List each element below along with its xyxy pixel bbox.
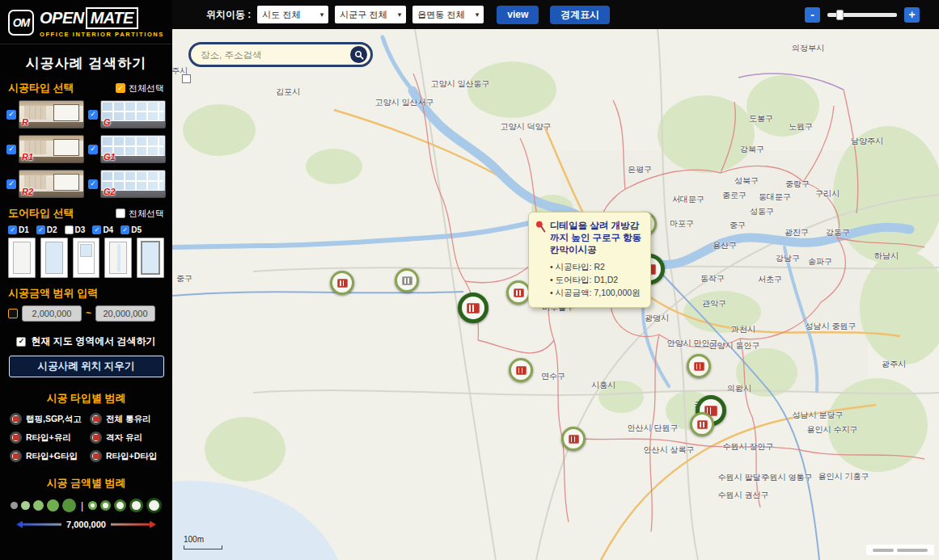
door-type-checkbox[interactable] [65, 225, 74, 234]
price-range-heading: 시공금액 범위 입력 [8, 286, 98, 301]
construction-select-all[interactable]: ✓ 전체선택 [116, 82, 164, 95]
price-legend-heading: 시공 금액별 범례 [0, 476, 172, 491]
construction-type-thumbnail[interactable]: G1 [100, 135, 166, 163]
zoom-in-button[interactable]: + [904, 7, 920, 23]
map-overlay-checkbox[interactable] [182, 74, 191, 83]
construction-type-checkbox[interactable]: ✓ [6, 179, 16, 189]
sido-select[interactable]: 시도 전체▾ [257, 6, 328, 23]
door-type-checkbox[interactable]: ✓ [8, 225, 17, 234]
search-input[interactable] [201, 50, 350, 60]
zoom-out-button[interactable]: - [805, 7, 820, 23]
type-legend-marker-icon [90, 432, 102, 444]
price-legend-arrows: 7,000,000 [0, 520, 172, 529]
map-area-search-label: 현재 지도 영역에서 검색하기 [31, 335, 155, 348]
map-area-search-checkbox[interactable]: ✓ [16, 337, 26, 347]
logo-text: OPEN MATE OFFICE INTERIOR PARTITIONS [40, 7, 164, 38]
door-type-label: D2 [47, 225, 57, 234]
type-legend-item: 랩핑,SGP,석고 [10, 413, 90, 425]
construction-type-thumbnail[interactable]: G2 [100, 170, 166, 198]
map-marker[interactable] [506, 280, 531, 305]
map-marker[interactable] [561, 427, 586, 451]
type-legend-item: 격자 유리 [90, 432, 163, 444]
select-value: 읍면동 전체 [417, 9, 464, 21]
sigungu-select[interactable]: 시군구 전체▾ [335, 6, 406, 23]
door-type-checkbox[interactable]: ✓ [92, 225, 101, 234]
map-canvas[interactable]: 파주시의정부시김포시고양시 일산서구고양시 일산동구고양시 덕양구도봉구노원구남… [172, 29, 939, 560]
sidebar: OM OPEN MATE OFFICE INTERIOR PARTITIONS … [0, 0, 172, 560]
door-type-label: D1 [19, 225, 29, 234]
type-legend-label: 랩핑,SGP,석고 [26, 414, 82, 425]
price-range-checkbox[interactable] [8, 309, 18, 318]
tooltip-body: 디테일을 살려 개방감까지 높인 구로구 항동 칸막이시공 • 시공타입: R2… [550, 220, 643, 300]
price-range-row: ~ [0, 305, 172, 322]
door-select-all-checkbox[interactable] [116, 208, 125, 218]
construction-type-checkbox[interactable]: ✓ [88, 179, 98, 189]
partition-photo-icon [337, 279, 348, 288]
select-value: 시도 전체 [262, 9, 300, 21]
map-marker[interactable] [458, 293, 489, 323]
door-type-checkbox[interactable]: ✓ [121, 225, 129, 234]
door-type-item[interactable]: ✓D5 [121, 225, 142, 234]
map-area-search-toggle[interactable]: ✓ 현재 지도 영역에서 검색하기 [0, 335, 172, 348]
partition-photo-icon [402, 276, 412, 285]
map-marker[interactable] [330, 271, 354, 295]
price-legend-circle [62, 499, 76, 512]
construction-type-checkbox[interactable]: ✓ [6, 110, 16, 120]
map-marker[interactable] [395, 268, 419, 293]
logo-mate-text: MATE [86, 7, 138, 29]
construction-type-checkbox[interactable]: ✓ [6, 145, 16, 154]
construction-type-checkbox[interactable]: ✓ [88, 110, 98, 120]
price-max-input[interactable] [95, 305, 155, 322]
door-type-thumbnail[interactable] [104, 238, 132, 278]
price-legend-circle [146, 498, 162, 513]
construction-type-grid: ✓R✓G✓R1✓G1✓R2✓G2 [0, 100, 172, 198]
type-legend-label: R타입+D타입 [106, 451, 157, 462]
price-legend-circle [100, 500, 111, 511]
door-type-item[interactable]: ✓D1 [8, 225, 29, 234]
door-select-all[interactable]: 전체선택 [116, 208, 164, 220]
eupmyeondong-select[interactable]: 읍면동 전체▾ [412, 6, 484, 23]
construction-type-thumbnail[interactable]: R2 [19, 170, 84, 198]
tooltip-title: 디테일을 살려 개방감까지 높인 구로구 항동 칸막이시공 [550, 220, 643, 256]
map-marker[interactable] [509, 358, 533, 382]
price-min-input[interactable] [22, 305, 82, 322]
search-button[interactable] [350, 46, 367, 63]
zoom-slider-handle[interactable] [836, 10, 844, 20]
door-type-thumbnail[interactable] [40, 238, 68, 278]
type-legend-heading: 시공 타입별 범례 [0, 391, 172, 406]
type-legend-label: R타입+G타입 [26, 451, 78, 462]
construction-type-thumbnail[interactable]: R [19, 100, 84, 128]
door-type-checkbox[interactable]: ✓ [36, 225, 45, 234]
construction-type-item: ✓G2 [88, 170, 166, 198]
view-button[interactable]: view [497, 6, 539, 24]
logo-open-text: OPEN [40, 9, 84, 27]
boundary-toggle-button[interactable]: 경계표시 [550, 6, 610, 24]
construction-select-all-checkbox[interactable]: ✓ [116, 83, 125, 93]
price-legend-circle [129, 499, 143, 512]
case-tooltip: 디테일을 살려 개방감까지 높인 구로구 항동 칸막이시공 • 시공타입: R2… [528, 212, 651, 308]
price-legend-circle [21, 501, 30, 510]
door-type-item[interactable]: ✓D4 [92, 225, 113, 234]
tooltip-details: • 시공타입: R2• 도어타입: D1,D2• 시공금액: 7,100,000… [550, 260, 643, 300]
page-title: 시공사례 검색하기 [0, 54, 172, 73]
map-scale: 100m [184, 535, 222, 549]
door-type-thumbnail[interactable] [73, 238, 100, 278]
price-legend-circle [11, 502, 18, 509]
type-legend-marker-icon [90, 450, 102, 462]
door-type-thumbnail[interactable] [137, 238, 164, 278]
door-type-thumbnail[interactable] [8, 238, 36, 278]
map-marker[interactable] [690, 412, 714, 436]
door-type-item[interactable]: D3 [65, 225, 86, 234]
zoom-slider-track[interactable] [827, 13, 897, 17]
type-legend-label: 격자 유리 [106, 432, 142, 444]
partition-photo-icon [516, 366, 527, 375]
clear-locations-button[interactable]: 시공사례 위치 지우기 [9, 356, 164, 377]
map-marker[interactable] [687, 354, 711, 378]
construction-type-checkbox[interactable]: ✓ [88, 145, 98, 154]
construction-type-thumbnail[interactable]: R1 [19, 135, 84, 163]
door-type-checks: ✓D1✓D2D3✓D4✓D5 [0, 225, 172, 234]
price-legend-circle [88, 501, 97, 510]
construction-type-thumbnail[interactable]: G [100, 100, 166, 128]
door-type-item[interactable]: ✓D2 [36, 225, 57, 234]
door-select-all-label: 전체선택 [129, 208, 164, 220]
